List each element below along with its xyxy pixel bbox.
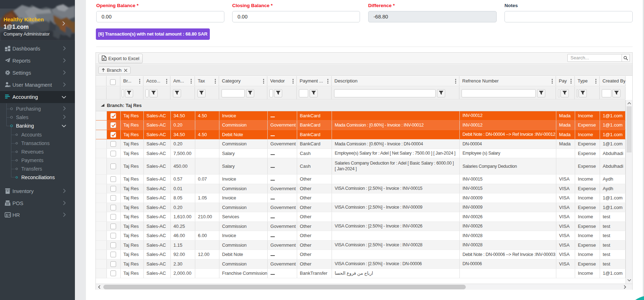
svg-text:x: x	[103, 57, 105, 60]
